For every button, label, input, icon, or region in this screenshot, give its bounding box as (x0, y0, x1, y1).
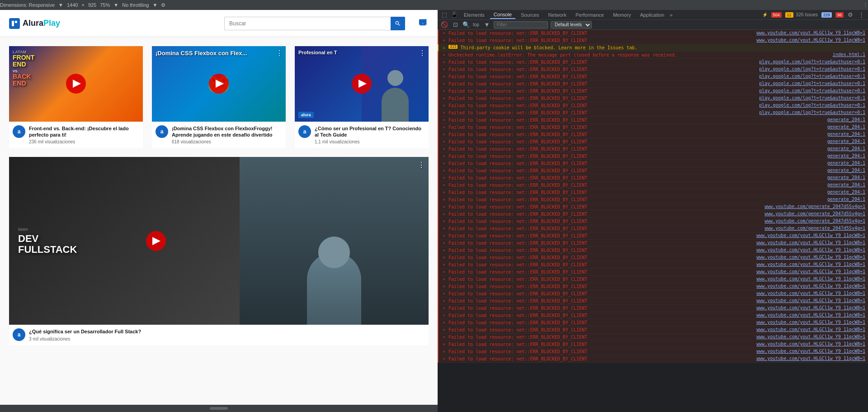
log-link-14[interactable]: generate_204:1 (827, 132, 865, 137)
video-card-3[interactable]: Profesional en T alura ⋮ (295, 46, 429, 148)
log-link-12[interactable]: generate_204:1 (827, 117, 865, 122)
clear-console-icon[interactable]: 🚫 (440, 21, 448, 29)
log-entry-24[interactable]: ✕Failed to load resource: net::ERR_BLOCK… (438, 204, 868, 211)
tab-memory[interactable]: Memory (609, 11, 635, 19)
log-level-select[interactable]: Default levels (551, 21, 592, 28)
search-button[interactable] (391, 17, 405, 30)
more-options-icon[interactable]: ⋮ (863, 2, 868, 8)
log-entry-17[interactable]: ✕Failed to load resource: net::ERR_BLOCK… (438, 153, 868, 160)
log-link-27[interactable]: www.youtube.com/generate_2047d5Sv4g=1 (764, 226, 865, 231)
log-link-22[interactable]: generate_204:1 (827, 189, 865, 194)
video-more-btn-3[interactable]: ⋮ (419, 49, 426, 57)
play-button-3[interactable] (352, 74, 372, 94)
log-link-0[interactable]: www.youtube.com/yout.HLGCl1w Y9 11qcW8=1 (756, 30, 865, 35)
log-link-26[interactable]: www.youtube.com/generate_2047d5Sv4g=1 (764, 218, 865, 223)
log-entry-3[interactable]: ✕Unchecked runtime.lastError: The messag… (438, 52, 868, 59)
log-entry-45[interactable]: ✕Failed to load resource: net::ERR_BLOCK… (438, 355, 868, 363)
log-entry-36[interactable]: ✕Failed to load resource: net::ERR_BLOCK… (438, 290, 868, 298)
log-entry-23[interactable]: ✕Failed to load resource: net::ERR_BLOCK… (438, 196, 868, 204)
log-entry-10[interactable]: ✕Failed to load resource: net::ERR_BLOCK… (438, 102, 868, 109)
video-more-btn-large[interactable]: ⋮ (418, 161, 425, 169)
log-entry-27[interactable]: ✕Failed to load resource: net::ERR_BLOCK… (438, 225, 868, 232)
filter-icon[interactable]: 🔍 (462, 21, 470, 29)
log-link-20[interactable]: generate_204:1 (827, 175, 865, 180)
log-link-29[interactable]: www.youtube.com/yout.HLGCl1w Y9 11qcW8=1 (756, 240, 865, 245)
log-entry-7[interactable]: ✕Failed to load resource: net::ERR_BLOCK… (438, 81, 868, 88)
log-link-15[interactable]: generate_204:1 (827, 139, 865, 144)
log-entry-26[interactable]: ✕Failed to load resource: net::ERR_BLOCK… (438, 218, 868, 225)
log-link-11[interactable]: play.google.com/log?t=true&authuser=0:1 (759, 110, 865, 115)
log-link-24[interactable]: www.youtube.com/generate_2047d5Sv4g=1 (764, 204, 865, 209)
log-entry-39[interactable]: ✕Failed to load resource: net::ERR_BLOCK… (438, 312, 868, 319)
tab-network[interactable]: Network (545, 11, 570, 19)
video-card-large[interactable]: latam DevFullstack ⋮ (9, 157, 429, 345)
tab-more[interactable]: » (670, 12, 672, 18)
settings-icon[interactable]: ⚙ (846, 11, 854, 19)
log-entry-20[interactable]: ✕Failed to load resource: net::ERR_BLOCK… (438, 175, 868, 182)
log-link-4[interactable]: play.google.com/log?t=true&authuser=0:1 (759, 59, 865, 64)
log-link-39[interactable]: www.youtube.com/yout.HLGCl1w Y9 11qcW8=1 (756, 313, 865, 317)
log-entry-16[interactable]: ✕Failed to load resource: net::ERR_BLOCK… (438, 146, 868, 153)
upload-button[interactable] (419, 17, 429, 30)
log-entry-14[interactable]: ✕Failed to load resource: net::ERR_BLOCK… (438, 131, 868, 138)
log-link-33[interactable]: www.youtube.com/yout.HLGCl1w Y9 11qcW8=1 (756, 269, 865, 274)
tab-application[interactable]: Application (637, 11, 668, 19)
log-link-25[interactable]: www.youtube.com/generate_2047d5Sv4g=1 (764, 211, 865, 216)
log-entry-31[interactable]: ✕Failed to load resource: net::ERR_BLOCK… (438, 254, 868, 261)
log-entry-37[interactable]: ✕Failed to load resource: net::ERR_BLOCK… (438, 298, 868, 305)
log-link-44[interactable]: www.youtube.com/yout.HLGCl1w Y9 11qcW8=1 (756, 349, 865, 354)
log-entry-33[interactable]: ✕Failed to load resource: net::ERR_BLOCK… (438, 269, 868, 276)
log-entry-34[interactable]: ✕Failed to load resource: net::ERR_BLOCK… (438, 276, 868, 283)
log-entry-32[interactable]: ✕Failed to load resource: net::ERR_BLOCK… (438, 261, 868, 269)
log-link-38[interactable]: www.youtube.com/yout.HLGCl1w Y9 11qcW8=1 (756, 305, 865, 310)
log-link-31[interactable]: www.youtube.com/yout.HLGCl1w Y9 11qcW8=1 (756, 255, 865, 260)
log-entry-4[interactable]: ✕Failed to load resource: net::ERR_BLOCK… (438, 59, 868, 66)
log-link-21[interactable]: generate_204:1 (827, 182, 865, 187)
log-entry-28[interactable]: ✕Failed to load resource: net::ERR_BLOCK… (438, 232, 868, 240)
log-link-7[interactable]: play.google.com/log?t=true&authuser=0:1 (759, 81, 865, 86)
log-entry-42[interactable]: ✕Failed to load resource: net::ERR_BLOCK… (438, 334, 868, 341)
log-entry-22[interactable]: ✕Failed to load resource: net::ERR_BLOCK… (438, 189, 868, 196)
log-link-10[interactable]: play.google.com/log?t=true&authuser=0:1 (759, 103, 865, 108)
log-entry-2[interactable]: ⚠315Third-party cookie will be blocked. … (438, 44, 868, 52)
log-entry-11[interactable]: ✕Failed to load resource: net::ERR_BLOCK… (438, 109, 868, 117)
tab-elements[interactable]: Elements (460, 11, 488, 19)
log-link-43[interactable]: www.youtube.com/yout.HLGCl1w Y9 11qcW8=1 (756, 341, 865, 346)
scrollbar-handle[interactable] (210, 407, 228, 410)
top-dropdown-icon[interactable]: ▼ (483, 21, 491, 29)
settings-icon[interactable]: ⚙ (161, 2, 165, 8)
log-link-40[interactable]: www.youtube.com/yout.HLGCl1w Y9 11qcW8=1 (756, 320, 865, 325)
devtools-inspect-icon[interactable]: ⬚ (440, 11, 448, 19)
log-entry-35[interactable]: ✕Failed to load resource: net::ERR_BLOCK… (438, 283, 868, 290)
log-link-3[interactable]: index.html:1 (833, 52, 865, 57)
tab-sources[interactable]: Sources (517, 11, 542, 19)
log-entry-43[interactable]: ✕Failed to load resource: net::ERR_BLOCK… (438, 341, 868, 348)
log-entry-44[interactable]: ✕Failed to load resource: net::ERR_BLOCK… (438, 348, 868, 355)
console-filter-input[interactable] (494, 21, 548, 28)
log-link-35[interactable]: www.youtube.com/yout.HLGCl1w Y9 11qcW8=1 (756, 284, 865, 289)
log-link-34[interactable]: www.youtube.com/yout.HLGCl1w Y9 11qcW8=1 (756, 276, 865, 281)
log-entry-15[interactable]: ✕Failed to load resource: net::ERR_BLOCK… (438, 138, 868, 146)
play-button-2[interactable] (209, 74, 229, 94)
tab-performance[interactable]: Performance (572, 11, 608, 19)
log-entry-6[interactable]: ✕Failed to load resource: net::ERR_BLOCK… (438, 73, 868, 81)
log-entry-9[interactable]: ✕Failed to load resource: net::ERR_BLOCK… (438, 95, 868, 102)
log-link-9[interactable]: play.google.com/log?t=true&authuser=0:1 (759, 95, 865, 100)
log-link-42[interactable]: www.youtube.com/yout.HLGCl1w Y9 11qcW8=1 (756, 334, 865, 339)
log-entry-30[interactable]: ✕Failed to load resource: net::ERR_BLOCK… (438, 247, 868, 254)
video-card-2[interactable]: ¡Domina CSS Flexbox con Flex... 🐸 ⋮ a ¡D… (152, 46, 286, 148)
log-link-8[interactable]: play.google.com/log?t=true&authuser=0:1 (759, 88, 865, 93)
log-entry-1[interactable]: ✕Failed to load resource: net::ERR_BLOCK… (438, 37, 868, 44)
log-entry-12[interactable]: ✕Failed to load resource: net::ERR_BLOCK… (438, 117, 868, 124)
play-button-large[interactable] (146, 231, 166, 251)
tab-console[interactable]: Console (490, 11, 515, 19)
log-link-30[interactable]: www.youtube.com/yout.HLGCl1w Y9 11qcW8=1 (756, 247, 865, 252)
log-entry-21[interactable]: ✕Failed to load resource: net::ERR_BLOCK… (438, 182, 868, 189)
search-input[interactable] (224, 17, 391, 30)
log-link-23[interactable]: generate_204:1 (827, 197, 865, 202)
log-entry-0[interactable]: ✕Failed to load resource: net::ERR_BLOCK… (438, 30, 868, 37)
log-link-37[interactable]: www.youtube.com/yout.HLGCl1w Y9 11qcW8=1 (756, 298, 865, 303)
log-link-41[interactable]: www.youtube.com/yout.HLGCl1w Y9 11qcW8=1 (756, 327, 865, 332)
log-entry-29[interactable]: ✕Failed to load resource: net::ERR_BLOCK… (438, 240, 868, 247)
devtools-device-icon[interactable]: 📱 (450, 11, 458, 19)
